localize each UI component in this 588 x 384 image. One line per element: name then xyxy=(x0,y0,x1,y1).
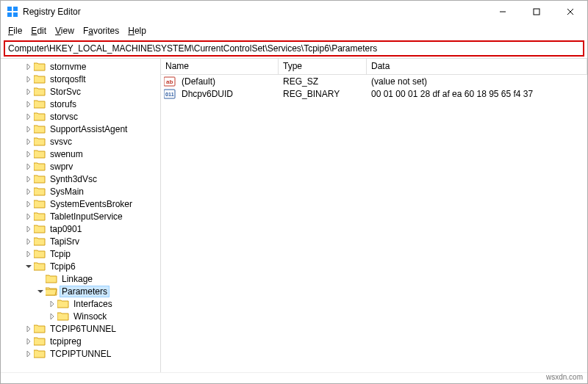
value-list[interactable]: Name Type Data ab(Default)REG_SZ(value n… xyxy=(161,59,587,372)
folder-icon xyxy=(34,62,46,71)
close-button[interactable] xyxy=(553,1,587,23)
list-header[interactable]: Name Type Data xyxy=(161,59,587,75)
menu-edit[interactable]: Edit xyxy=(26,24,51,37)
caret-right-icon[interactable] xyxy=(24,250,33,258)
caret-right-icon[interactable] xyxy=(24,175,33,184)
titlebar[interactable]: Registry Editor xyxy=(1,1,587,23)
value-data: (value not set) xyxy=(367,76,587,87)
caret-right-icon[interactable] xyxy=(24,337,33,346)
svg-rect-3 xyxy=(13,12,18,17)
tree-label: tcpipreg xyxy=(48,336,84,347)
folder-icon xyxy=(34,174,46,184)
caret-right-icon[interactable] xyxy=(24,75,33,84)
window-title: Registry Editor xyxy=(23,7,486,17)
tree-item-sysmain[interactable]: SysMain xyxy=(1,185,160,198)
tree-item-parameters[interactable]: Parameters xyxy=(1,285,160,297)
tree-label: TapiSrv xyxy=(48,236,82,247)
tree-item-tcpip[interactable]: Tcpip xyxy=(1,247,160,260)
value-type: REG_SZ xyxy=(279,76,367,87)
tree-item-tap0901[interactable]: tap0901 xyxy=(1,222,160,235)
caret-right-icon[interactable] xyxy=(24,325,33,333)
tree-label: SystemEventsBroker xyxy=(48,199,135,209)
header-name[interactable]: Name xyxy=(161,59,279,74)
caret-right-icon[interactable] xyxy=(24,225,33,233)
svg-rect-1 xyxy=(13,7,18,11)
caret-right-icon[interactable] xyxy=(24,112,33,121)
menubar: File Edit View Favorites Help xyxy=(1,23,587,39)
tree-item-storvsc[interactable]: storvsc xyxy=(1,110,160,123)
menu-help[interactable]: Help xyxy=(123,24,151,37)
caret-right-icon[interactable] xyxy=(24,162,33,171)
tree-item-tapisrv[interactable]: TapiSrv xyxy=(1,235,160,247)
caret-right-icon[interactable] xyxy=(48,312,57,321)
header-data[interactable]: Data xyxy=(367,59,587,74)
tree-item-winsock[interactable]: Winsock xyxy=(1,310,160,322)
list-row[interactable]: 011Dhcpv6DUIDREG_BINARY00 01 00 01 28 df… xyxy=(161,87,587,100)
address-bar[interactable]: Computer\HKEY_LOCAL_MACHINE\SYSTEM\Curre… xyxy=(4,40,584,57)
tree-item-synth3dvsc[interactable]: Synth3dVsc xyxy=(1,173,160,185)
tree-item-tcpip6tunnel[interactable]: TCPIP6TUNNEL xyxy=(1,322,160,335)
tree-item-tcpip6[interactable]: Tcpip6 xyxy=(1,260,160,272)
menu-file[interactable]: File xyxy=(4,24,26,37)
caret-right-icon[interactable] xyxy=(24,100,33,109)
tree-item-supportassistagent[interactable]: SupportAssistAgent xyxy=(1,123,160,135)
value-data: 00 01 00 01 28 df af ea 60 18 95 65 f4 3… xyxy=(367,89,587,99)
caret-right-icon[interactable] xyxy=(24,87,33,96)
folder-icon xyxy=(34,162,46,171)
caret-right-icon[interactable] xyxy=(24,62,33,71)
tree-label: SupportAssistAgent xyxy=(48,124,129,134)
tree-item-storsvc[interactable]: StorSvc xyxy=(1,85,160,98)
tree-item-storufs[interactable]: storufs xyxy=(1,98,160,110)
tree-item-tcpipreg[interactable]: tcpipreg xyxy=(1,335,160,347)
app-icon xyxy=(7,6,18,18)
caret-right-icon[interactable] xyxy=(24,125,33,134)
tree-item-storqosflt[interactable]: storqosflt xyxy=(1,73,160,85)
tree-item-linkage[interactable]: Linkage xyxy=(1,272,160,285)
folder-icon xyxy=(34,124,46,134)
registry-tree[interactable]: stornvmestorqosfltStorSvcstorufsstorvscS… xyxy=(1,59,161,372)
minimize-button[interactable] xyxy=(486,1,520,23)
caret-down-icon[interactable] xyxy=(36,287,45,296)
caret-right-icon[interactable] xyxy=(24,349,33,358)
caret-right-icon[interactable] xyxy=(24,200,33,209)
tree-label: SysMain xyxy=(48,186,86,197)
folder-icon xyxy=(34,99,46,109)
tree-item-systemeventsbroker[interactable]: SystemEventsBroker xyxy=(1,198,160,210)
folder-icon xyxy=(34,186,46,196)
tree-item-interfaces[interactable]: Interfaces xyxy=(1,297,160,310)
caret-right-icon[interactable] xyxy=(24,187,33,196)
folder-icon xyxy=(34,137,46,146)
tree-item-swprv[interactable]: swprv xyxy=(1,160,160,173)
caret-right-icon[interactable] xyxy=(24,237,33,246)
svg-text:011: 011 xyxy=(165,92,174,97)
caret-right-icon[interactable] xyxy=(24,137,33,146)
caret-right-icon[interactable] xyxy=(48,300,57,308)
tree-item-stornvme[interactable]: stornvme xyxy=(1,60,160,73)
caret-right-icon[interactable] xyxy=(24,150,33,159)
tree-label: Tcpip xyxy=(48,249,73,259)
menu-view[interactable]: View xyxy=(51,24,79,37)
caret-down-icon[interactable] xyxy=(24,262,33,271)
tree-item-swenum[interactable]: swenum xyxy=(1,148,160,160)
registry-editor-window: Registry Editor File Edit View Favorites… xyxy=(0,0,588,384)
tree-label: Interfaces xyxy=(71,299,115,309)
tree-label: svsvc xyxy=(48,137,74,147)
tree-item-svsvc[interactable]: svsvc xyxy=(1,135,160,148)
maximize-button[interactable] xyxy=(520,1,553,23)
value-name: (Default) xyxy=(177,76,279,87)
tree-label: stornvme xyxy=(48,62,88,72)
tree-item-tcpiptunnel[interactable]: TCPIPTUNNEL xyxy=(1,347,160,360)
folder-icon xyxy=(57,311,69,321)
tree-label: TabletInputService xyxy=(48,211,125,222)
caret-right-icon[interactable] xyxy=(24,212,33,221)
tree-label: TCPIP6TUNNEL xyxy=(48,324,118,334)
header-type[interactable]: Type xyxy=(279,59,367,74)
folder-icon xyxy=(34,324,46,333)
tree-label: Tcpip6 xyxy=(48,261,78,272)
menu-favorites[interactable]: Favorites xyxy=(79,24,123,37)
folder-icon xyxy=(34,87,46,96)
list-row[interactable]: ab(Default)REG_SZ(value not set) xyxy=(161,75,587,87)
svg-rect-0 xyxy=(7,7,12,11)
tree-item-tabletinputservice[interactable]: TabletInputService xyxy=(1,210,160,222)
svg-rect-2 xyxy=(7,12,12,17)
